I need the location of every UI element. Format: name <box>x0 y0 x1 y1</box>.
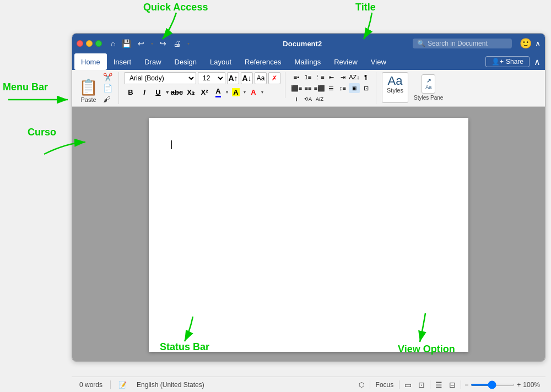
menu-item-references[interactable]: References <box>238 53 288 70</box>
close-button[interactable] <box>77 40 83 47</box>
document-title: Document2 <box>195 40 409 48</box>
strikethrough-button[interactable]: abc <box>171 86 183 98</box>
search-input[interactable] <box>428 40 505 47</box>
ribbon-collapse-btn[interactable]: ∧ <box>535 39 541 48</box>
underline-button[interactable]: U <box>152 86 164 98</box>
line-spacing-button[interactable]: ↕≡ <box>337 83 348 93</box>
highlight-dropdown[interactable]: ▾ <box>244 90 246 95</box>
search-box[interactable]: 🔍 <box>413 39 512 48</box>
focus-mode-icon[interactable]: ⬡ <box>356 380 366 390</box>
ribbon-group-paragraph: ≡• 1≡ ⋮≡ ⇤ ⇥ AZ↓ ¶ ⬛≡ ≡≡ ≡⬛ ☰ ↕≡ ▣ ⊡ <box>291 72 376 104</box>
align-left-button[interactable]: ⬛≡ <box>291 83 302 93</box>
title-bar: ⌂ 💾 ↩ ▾ ↪ 🖨 ▾ Document2 🔍 🙂 ∧ <box>72 34 545 53</box>
undo-icon[interactable]: ↩ <box>136 38 147 49</box>
sort2-button[interactable]: A/Z <box>314 94 325 104</box>
word-count[interactable]: 0 words <box>77 380 105 390</box>
status-separator4 <box>430 380 430 389</box>
format-painter-button[interactable]: 🖌 <box>101 94 114 104</box>
multilevel-list-button[interactable]: ⋮≡ <box>314 72 325 82</box>
zoom-slider[interactable] <box>471 384 515 386</box>
clear-formatting-btn[interactable]: ✗ <box>268 72 280 84</box>
menu-item-review[interactable]: Review <box>327 53 364 70</box>
menu-bar: Home Insert Draw Design Layout Reference… <box>72 53 545 70</box>
menu-item-insert[interactable]: Insert <box>107 53 138 70</box>
justify-button[interactable]: ☰ <box>326 83 337 93</box>
maximize-button[interactable] <box>95 40 102 47</box>
text-color-dropdown[interactable]: ▾ <box>261 90 263 95</box>
menu-item-layout[interactable]: Layout <box>203 53 238 70</box>
italic-button[interactable]: I <box>138 86 150 98</box>
undo-dropdown[interactable]: ▾ <box>149 40 155 47</box>
bullets-button[interactable]: ≡• <box>291 72 302 82</box>
zoom-out-btn[interactable]: − <box>464 381 468 389</box>
font-color-dropdown[interactable]: ▾ <box>226 90 228 95</box>
show-formatting-button[interactable]: ¶ <box>360 72 371 82</box>
subscript-button[interactable]: X₂ <box>185 86 197 98</box>
borders-button[interactable]: ⊡ <box>360 83 371 93</box>
share-button[interactable]: 👤+ Share <box>485 56 530 67</box>
columns-button[interactable]: ⫿ <box>291 94 302 104</box>
smiley-icon[interactable]: 🙂 <box>520 37 532 50</box>
menu-item-draw[interactable]: Draw <box>138 53 168 70</box>
menu-item-home[interactable]: Home <box>74 53 107 70</box>
customize-quick-access[interactable]: ▾ <box>185 40 192 47</box>
font-color-btn[interactable]: A <box>212 86 224 98</box>
sort-button[interactable]: AZ↓ <box>349 72 360 82</box>
shading-button[interactable]: ▣ <box>349 83 360 93</box>
bold-button[interactable]: B <box>125 86 137 98</box>
home-icon[interactable]: ⌂ <box>109 38 117 49</box>
clipboard-content: 📋 Paste ✂️ 📄 🖌 <box>77 72 114 104</box>
cut-button[interactable]: ✂️ <box>101 72 114 82</box>
increase-indent-button[interactable]: ⇥ <box>337 72 348 82</box>
status-bar: 0 words 📝 English (United States) ⬡ Focu… <box>72 377 545 392</box>
redo-icon[interactable]: ↪ <box>158 38 169 49</box>
decrease-font-btn[interactable]: A↓ <box>241 72 253 84</box>
superscript-button[interactable]: X² <box>198 86 210 98</box>
text-direction-button[interactable]: ⟲A <box>302 94 314 104</box>
change-case-btn[interactable]: Aa <box>255 72 267 84</box>
numbering-button[interactable]: 1≡ <box>302 72 314 82</box>
increase-font-btn[interactable]: A↑ <box>227 72 239 84</box>
zoom-control[interactable]: − + 100% <box>464 381 540 389</box>
zoom-percent: 100% <box>523 381 540 389</box>
save-icon[interactable]: 💾 <box>120 38 133 49</box>
focus-label[interactable]: Focus <box>374 380 396 390</box>
para-row1: ≡• 1≡ ⋮≡ ⇤ ⇥ AZ↓ ¶ <box>291 72 371 82</box>
paragraph-controls: ≡• 1≡ ⋮≡ ⇤ ⇥ AZ↓ ¶ ⬛≡ ≡≡ ≡⬛ ☰ ↕≡ ▣ ⊡ <box>291 72 371 104</box>
view-outline[interactable]: ☰ <box>434 380 444 390</box>
document-page[interactable] <box>149 118 468 352</box>
para-row3: ⫿ ⟲A A/Z <box>291 94 371 104</box>
styles-pane-icon: ↗ Aa <box>422 74 435 94</box>
view-draft[interactable]: ⊟ <box>447 380 457 390</box>
styles-pane-button[interactable]: ↗ Aa Styles Pane <box>410 72 446 103</box>
minimize-button[interactable] <box>86 40 93 47</box>
highlight-btn[interactable]: A <box>230 86 242 98</box>
menu-item-mailings[interactable]: Mailings <box>288 53 328 70</box>
font-size-select[interactable]: 12 <box>198 72 225 84</box>
decrease-indent-button[interactable]: ⇤ <box>326 72 337 82</box>
font-family-select[interactable]: Arial (Body) <box>125 72 196 84</box>
text-color-btn[interactable]: A <box>247 86 260 98</box>
styles-button[interactable]: Aa Styles <box>382 72 408 103</box>
annotation-cursor: Curso <box>28 127 56 138</box>
underline-dropdown[interactable]: ▾ <box>166 89 169 96</box>
clipboard-small-icons: ✂️ 📄 🖌 <box>101 72 114 104</box>
document-area[interactable] <box>72 107 545 362</box>
menu-item-design[interactable]: Design <box>168 53 203 70</box>
align-right-button[interactable]: ≡⬛ <box>314 83 325 93</box>
print-icon[interactable]: 🖨 <box>171 38 183 49</box>
align-center-button[interactable]: ≡≡ <box>302 83 314 93</box>
search-icon: 🔍 <box>417 40 425 47</box>
zoom-in-btn[interactable]: + <box>517 381 521 389</box>
menu-item-view[interactable]: View <box>364 53 393 70</box>
paste-button[interactable]: 📋 Paste <box>77 79 100 104</box>
language-selector[interactable]: English (United States) <box>134 380 207 390</box>
share-icon: 👤+ <box>491 58 504 66</box>
view-web-layout[interactable]: ⊡ <box>417 380 426 390</box>
status-separator2 <box>370 380 370 389</box>
annotation-quick-access: Quick Access <box>143 2 208 13</box>
copy-button[interactable]: 📄 <box>101 83 114 93</box>
view-print-layout[interactable]: ▭ <box>403 380 413 390</box>
ribbon-expand-btn[interactable]: ∧ <box>532 57 543 67</box>
proofing-icon[interactable]: 📝 <box>116 380 129 390</box>
